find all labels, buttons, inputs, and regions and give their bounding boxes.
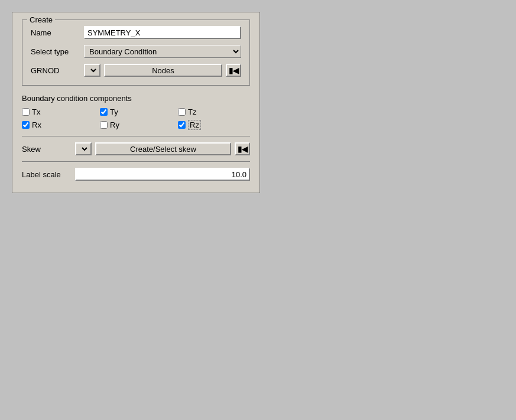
checkbox-tx-label: Tx [32,108,40,116]
grnod-icon: ▮◀ [229,66,239,75]
name-label: Name [31,28,84,37]
checkbox-rx[interactable] [22,121,30,129]
grnod-controls: Nodes ▮◀ [84,64,241,77]
skew-row: Skew Create/Select skew ▮◀ [22,142,250,155]
checkbox-rz-label: Rz [188,120,201,130]
skew-icon: ▮◀ [238,145,248,154]
checkbox-tz[interactable] [178,108,186,116]
select-type-label: Select type [31,47,84,56]
select-type-select[interactable]: Boundary Condition Load Constraint [85,45,241,57]
checkbox-item-ty: Ty [100,108,172,116]
skew-label: Skew [22,145,75,154]
checkbox-ry[interactable] [100,121,108,129]
create-legend: Create [27,15,55,24]
skew-select[interactable] [77,144,89,154]
boundary-title: Boundary condition components [22,94,250,103]
checkbox-item-ry: Ry [100,120,172,130]
label-scale-input[interactable] [75,168,250,181]
name-row: Name [31,26,241,39]
skew-dropdown[interactable] [75,142,92,155]
label-scale-label: Label scale [22,170,75,179]
boundary-section: Boundary condition components Tx Ty Tz R… [22,94,250,183]
nodes-button[interactable]: Nodes [104,64,222,77]
divider-2 [22,161,250,162]
checkbox-item-tz: Tz [178,108,250,116]
checkbox-ry-label: Ry [110,121,119,129]
grnod-dropdown[interactable] [84,64,100,77]
checkbox-ty-label: Ty [110,108,118,116]
checkbox-item-rz: Rz [178,120,250,130]
checkbox-grid: Tx Ty Tz Rx Ry [22,108,250,130]
skew-create-button[interactable]: Create/Select skew [95,142,231,155]
main-panel: Create Name Select type Boundary Conditi… [12,12,260,193]
name-input[interactable] [84,26,241,39]
checkbox-rz[interactable] [178,121,186,129]
checkbox-ty[interactable] [100,108,108,116]
label-scale-row: Label scale [22,168,250,181]
divider-1 [22,136,250,136]
checkbox-rx-label: Rx [32,121,41,129]
grnod-icon-button[interactable]: ▮◀ [226,64,241,77]
grnod-label: GRNOD [31,66,84,75]
checkbox-item-rx: Rx [22,120,94,130]
checkbox-item-tx: Tx [22,108,94,116]
select-type-row: Select type Boundary Condition Load Cons… [31,45,241,58]
grnod-row: GRNOD Nodes ▮◀ [31,64,241,77]
skew-icon-button[interactable]: ▮◀ [235,142,250,155]
create-fieldset: Create Name Select type Boundary Conditi… [22,19,250,86]
checkbox-tx[interactable] [22,108,30,116]
select-type-dropdown[interactable]: Boundary Condition Load Constraint [84,45,241,58]
skew-controls: Create/Select skew ▮◀ [75,142,250,155]
grnod-select[interactable] [86,65,98,76]
checkbox-tz-label: Tz [188,108,196,116]
